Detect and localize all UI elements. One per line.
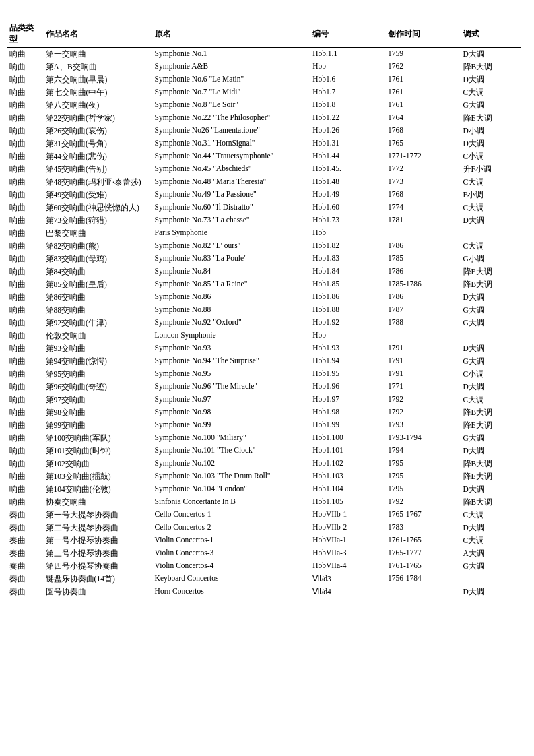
table-row: 响曲第六交响曲(早晨)Symphonie No.6 "Le Matin"Hob1…: [7, 73, 521, 86]
cell-25-3: Hob1.95: [310, 368, 385, 381]
cell-42-3: Ⅶ/d4: [310, 586, 385, 598]
cell-23-3: Hob1.93: [310, 342, 385, 355]
cell-23-0: 响曲: [7, 342, 43, 355]
table-row: 响曲第101交响曲(时钟)Symphonie No.101 "The Clock…: [7, 445, 521, 458]
cell-25-1: 第95交响曲: [43, 368, 152, 381]
cell-3-0: 响曲: [7, 86, 43, 99]
cell-38-4: 1761-1765: [385, 534, 461, 547]
cell-24-5: G大调: [461, 355, 521, 368]
cell-8-5: C小调: [461, 150, 521, 163]
cell-31-1: 第101交响曲(时钟): [43, 445, 152, 458]
cell-26-2: Symphonie No.96 "The Miracle": [152, 381, 310, 393]
cell-13-0: 响曲: [7, 214, 43, 227]
table-row: 响曲第A、B交响曲Symphonie A&BHob1762降B大调: [7, 61, 521, 73]
cell-40-4: 1761-1765: [385, 560, 461, 573]
cell-33-4: 1795: [385, 470, 461, 483]
cell-26-5: D大调: [461, 381, 521, 393]
cell-30-1: 第100交响曲(军队): [43, 432, 152, 445]
cell-28-5: 降B大调: [461, 406, 521, 419]
cell-19-4: 1786: [385, 291, 461, 304]
cell-7-5: D大调: [461, 137, 521, 150]
cell-38-0: 奏曲: [7, 534, 43, 547]
cell-31-3: Hob1.101: [310, 445, 385, 458]
cell-34-4: 1795: [385, 483, 461, 496]
cell-30-0: 响曲: [7, 432, 43, 445]
cell-31-5: D大调: [461, 445, 521, 458]
cell-20-0: 响曲: [7, 304, 43, 317]
cell-3-3: Hob1.7: [310, 86, 385, 99]
cell-8-2: Symphonie No.44 "Trauersymphonie": [152, 150, 310, 163]
cell-10-4: 1773: [385, 176, 461, 189]
cell-7-1: 第31交响曲(号角): [43, 137, 152, 150]
cell-34-1: 第104交响曲(伦敦): [43, 483, 152, 496]
cell-15-5: C大调: [461, 240, 521, 253]
cell-39-1: 第三号小提琴协奏曲: [43, 547, 152, 560]
cell-7-3: Hob1.31: [310, 137, 385, 150]
cell-3-2: Symphonie No.7 "Le Midi": [152, 86, 310, 99]
cell-0-5: D大调: [461, 48, 521, 61]
cell-1-1: 第A、B交响曲: [43, 61, 152, 73]
cell-14-4: [385, 227, 461, 240]
cell-11-2: Symphonie No.49 "La Passione": [152, 189, 310, 201]
cell-8-0: 响曲: [7, 150, 43, 163]
cell-27-1: 第97交响曲: [43, 393, 152, 406]
header-year: 创作时间: [385, 20, 461, 48]
cell-17-2: Symphonie No.84: [152, 265, 310, 278]
cell-14-1: 巴黎交响曲: [43, 227, 152, 240]
cell-13-4: 1781: [385, 214, 461, 227]
cell-36-3: HobVIIb-1: [310, 509, 385, 522]
cell-28-3: Hob1.98: [310, 406, 385, 419]
cell-40-1: 第四号小提琴协奏曲: [43, 560, 152, 573]
table-row: 响曲第98交响曲Symphonie No.98Hob1.981792降B大调: [7, 406, 521, 419]
cell-40-0: 奏曲: [7, 560, 43, 573]
cell-6-5: D小调: [461, 125, 521, 137]
cell-30-3: Hob1.100: [310, 432, 385, 445]
cell-6-4: 1768: [385, 125, 461, 137]
cell-13-1: 第73交响曲(狩猎): [43, 214, 152, 227]
table-row: 响曲第48交响曲(玛利亚·泰蕾莎)Symphonie No.48 "Maria …: [7, 176, 521, 189]
cell-36-2: Cello Concertos-1: [152, 509, 310, 522]
cell-3-1: 第七交响曲(中午): [43, 86, 152, 99]
cell-40-2: Violin Concertos-4: [152, 560, 310, 573]
table-row: 奏曲第一号小提琴协奏曲Violin Concertos-1HobVIIa-117…: [7, 534, 521, 547]
cell-1-0: 响曲: [7, 61, 43, 73]
cell-37-3: HobVIIb-2: [310, 522, 385, 534]
cell-41-4: 1756-1784: [385, 573, 461, 586]
cell-29-1: 第99交响曲: [43, 419, 152, 432]
cell-3-4: 1761: [385, 86, 461, 99]
header-name: 作品名名: [43, 20, 152, 48]
cell-19-3: Hob1.86: [310, 291, 385, 304]
cell-32-0: 响曲: [7, 458, 43, 470]
cell-4-3: Hob1.8: [310, 99, 385, 112]
cell-6-0: 响曲: [7, 125, 43, 137]
cell-29-5: 降E大调: [461, 419, 521, 432]
cell-16-5: G小调: [461, 253, 521, 265]
cell-34-5: D大调: [461, 483, 521, 496]
table-row: 响曲第97交响曲Symphonie No.97Hob1.971792C大调: [7, 393, 521, 406]
cell-2-0: 响曲: [7, 73, 43, 86]
cell-42-4: [385, 586, 461, 598]
table-row: 响曲第44交响曲(悲伤)Symphonie No.44 "Trauersymph…: [7, 150, 521, 163]
cell-42-2: Horn Concertos: [152, 586, 310, 598]
cell-41-0: 奏曲: [7, 573, 43, 586]
cell-8-4: 1771-1772: [385, 150, 461, 163]
cell-6-2: Symphonie No26 "Lamentatione": [152, 125, 310, 137]
cell-35-1: 协奏交响曲: [43, 496, 152, 509]
cell-21-4: 1788: [385, 317, 461, 329]
cell-17-4: 1786: [385, 265, 461, 278]
table-row: 奏曲第三号小提琴协奏曲Violin Concertos-3HobVIIa-317…: [7, 547, 521, 560]
cell-10-1: 第48交响曲(玛利亚·泰蕾莎): [43, 176, 152, 189]
cell-13-2: Symphonie No.73 "La chasse": [152, 214, 310, 227]
cell-20-4: 1787: [385, 304, 461, 317]
cell-22-0: 响曲: [7, 329, 43, 342]
table-row: 响曲第84交响曲Symphonie No.84Hob1.841786降E大调: [7, 265, 521, 278]
table-row: 响曲第93交响曲Symphonie No.93Hob1.931791D大调: [7, 342, 521, 355]
cell-25-5: C小调: [461, 368, 521, 381]
cell-12-0: 响曲: [7, 201, 43, 214]
cell-34-3: Hob1.104: [310, 483, 385, 496]
cell-2-5: D大调: [461, 73, 521, 86]
cell-15-1: 第82交响曲(熊): [43, 240, 152, 253]
table-row: 奏曲第四号小提琴协奏曲Violin Concertos-4HobVIIa-417…: [7, 560, 521, 573]
cell-10-3: Hob1.48: [310, 176, 385, 189]
cell-24-3: Hob1.94: [310, 355, 385, 368]
